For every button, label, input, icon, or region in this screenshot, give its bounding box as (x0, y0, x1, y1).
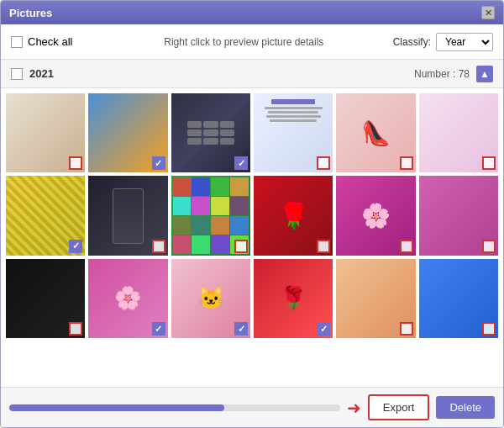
gallery-item[interactable]: 🌹 (254, 259, 333, 338)
item-checkbox[interactable] (482, 322, 496, 336)
item-checkbox[interactable] (482, 240, 496, 253)
item-checkbox[interactable] (152, 156, 165, 170)
item-checkbox[interactable] (482, 156, 496, 170)
item-checkbox[interactable] (234, 240, 248, 253)
arrow-indicator: ➜ (347, 398, 361, 418)
check-all-checkbox[interactable] (11, 36, 23, 48)
progress-bar (9, 404, 340, 411)
toolbar: Check all Right click to preview picture… (1, 24, 503, 60)
year-checkbox[interactable] (11, 68, 23, 80)
progress-bar-fill (9, 404, 224, 411)
gallery-item[interactable] (336, 259, 415, 338)
year-header: 2021 Number : 78 ▲ (1, 60, 503, 88)
classify-select[interactable]: Year Month Day (436, 33, 493, 51)
item-checkbox[interactable] (69, 240, 82, 253)
gallery-item[interactable] (6, 176, 85, 255)
gallery-item[interactable] (171, 93, 250, 172)
gallery-item[interactable] (419, 93, 498, 172)
item-checkbox[interactable] (400, 322, 413, 336)
close-button[interactable]: ✕ (481, 6, 495, 19)
item-checkbox[interactable] (317, 322, 330, 336)
item-checkbox[interactable] (400, 240, 413, 253)
item-checkbox[interactable] (317, 156, 330, 170)
gallery-item[interactable] (88, 176, 167, 255)
gallery-grid: 👠 (6, 93, 498, 338)
gallery-item[interactable] (419, 259, 498, 338)
classify-label: Classify: (393, 36, 431, 48)
gallery-item[interactable]: 🌸 (336, 176, 415, 255)
check-all-area[interactable]: Check all (11, 35, 95, 48)
gallery-item[interactable]: 🐱 (171, 259, 250, 338)
gallery-item[interactable] (88, 93, 167, 172)
item-checkbox[interactable] (152, 240, 165, 253)
item-checkbox[interactable] (69, 156, 82, 170)
item-checkbox[interactable] (317, 240, 330, 253)
delete-button[interactable]: Delete (436, 396, 495, 419)
classify-area: Classify: Year Month Day (393, 33, 493, 51)
gallery-area: 👠 (1, 88, 503, 387)
year-label: 2021 (29, 67, 54, 80)
bottom-bar: ➜ Export Delete (1, 387, 503, 427)
item-checkbox[interactable] (234, 322, 248, 336)
gallery-item[interactable]: 🌹 (254, 176, 333, 255)
gallery-item[interactable] (419, 176, 498, 255)
title-bar: Pictures ✕ (1, 1, 503, 24)
check-all-label: Check all (28, 35, 72, 48)
item-checkbox[interactable] (400, 156, 413, 170)
window-title: Pictures (9, 7, 52, 19)
item-checkbox[interactable] (152, 322, 165, 336)
collapse-button[interactable]: ▲ (476, 66, 493, 82)
gallery-item[interactable]: 🌸 (88, 259, 167, 338)
gallery-item[interactable] (254, 93, 333, 172)
gallery-item[interactable]: 👠 (336, 93, 415, 172)
toolbar-hint: Right click to preview picture details (95, 36, 393, 48)
year-count: Number : 78 (414, 68, 470, 80)
gallery-item[interactable] (6, 93, 85, 172)
main-window: Pictures ✕ Check all Right click to prev… (0, 0, 504, 428)
export-button[interactable]: Export (368, 394, 430, 420)
item-checkbox[interactable] (69, 322, 82, 336)
gallery-item[interactable] (171, 176, 250, 255)
item-checkbox[interactable] (234, 156, 248, 170)
gallery-item[interactable] (6, 259, 85, 338)
